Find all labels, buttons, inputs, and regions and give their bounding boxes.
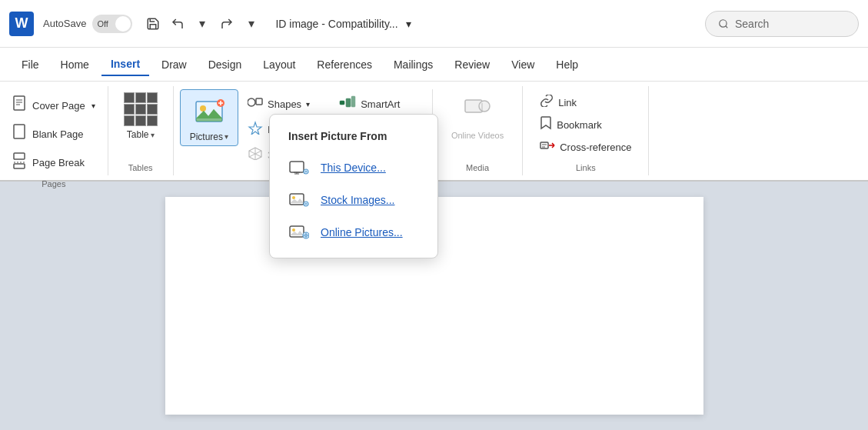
- media-group-label: Media: [439, 160, 516, 172]
- stock-images-label: Stock Images...: [321, 194, 394, 206]
- shapes-icon: [248, 95, 263, 113]
- page-break-button[interactable]: Page Break: [6, 149, 101, 176]
- online-pictures-item[interactable]: Online Pictures...: [270, 216, 437, 248]
- bookmark-button[interactable]: Bookmark: [535, 114, 636, 135]
- links-group-label: Links: [529, 160, 642, 172]
- table-caret: ▾: [151, 131, 155, 139]
- autosave-label: AutoSave: [43, 18, 86, 29]
- cross-reference-button[interactable]: Cross-reference: [535, 137, 636, 157]
- this-device-icon: [288, 159, 310, 176]
- smartart-button[interactable]: SmartArt: [333, 92, 426, 116]
- smartart-label: SmartArt: [361, 98, 400, 110]
- stock-images-item[interactable]: Stock Images...: [270, 184, 437, 216]
- media-group-content: Online Videos: [439, 89, 516, 160]
- table-button[interactable]: Table ▾: [115, 89, 167, 143]
- insert-picture-dropdown: Insert Picture From This Device...: [269, 114, 438, 258]
- search-icon: [718, 18, 729, 29]
- svg-point-48: [292, 196, 295, 199]
- ribbon-group-media: Online Videos Media: [433, 86, 523, 175]
- title-bar: W AutoSave Off ▾ ▾ I: [0, 0, 868, 48]
- shapes-label: Shapes: [268, 98, 301, 110]
- menu-insert[interactable]: Insert: [101, 53, 149, 76]
- shapes-button[interactable]: Shapes ▾: [241, 92, 330, 116]
- save-button[interactable]: [141, 12, 165, 35]
- page-break-label: Page Break: [32, 157, 85, 168]
- icons-icon: [248, 121, 263, 138]
- search-box[interactable]: Search: [705, 11, 859, 37]
- svg-point-0: [720, 19, 727, 26]
- svg-rect-21: [340, 101, 344, 105]
- cover-page-label: Cover Page: [32, 100, 85, 112]
- bookmark-icon: [540, 116, 552, 133]
- online-videos-icon: [464, 95, 491, 129]
- link-button[interactable]: Link: [535, 92, 636, 112]
- svg-point-53: [292, 228, 295, 232]
- svg-rect-16: [256, 98, 262, 105]
- online-pictures-label: Online Pictures...: [321, 226, 403, 238]
- svg-rect-2: [14, 96, 25, 110]
- svg-rect-7: [14, 153, 25, 159]
- svg-rect-34: [540, 142, 548, 148]
- blank-page-label: Blank Page: [32, 128, 84, 140]
- pictures-icon: [191, 93, 228, 130]
- toggle-state-label: Off: [97, 19, 108, 28]
- word-logo: W: [9, 12, 34, 36]
- ribbon-group-tables: Table ▾ Tables: [108, 86, 174, 175]
- svg-point-11: [200, 105, 206, 112]
- pictures-caret: ▾: [224, 132, 228, 141]
- menu-help[interactable]: Help: [547, 54, 587, 75]
- menu-home[interactable]: Home: [52, 54, 98, 75]
- pictures-button[interactable]: Pictures ▾: [180, 89, 238, 146]
- dropdown-title: Insert Picture From: [270, 124, 437, 152]
- cross-reference-icon: [540, 139, 555, 155]
- menu-mailings[interactable]: Mailings: [384, 54, 442, 75]
- blank-page-icon: [12, 124, 28, 145]
- online-pictures-icon: [288, 224, 310, 241]
- toggle-knob: [115, 16, 131, 32]
- menu-draw[interactable]: Draw: [152, 54, 196, 75]
- ribbon-group-links: Link Bookmark: [523, 86, 649, 175]
- blank-page-button[interactable]: Blank Page: [6, 121, 101, 148]
- table-label: Table: [127, 129, 149, 140]
- svg-rect-6: [14, 125, 25, 138]
- menu-file[interactable]: File: [12, 54, 48, 75]
- menu-review[interactable]: Review: [445, 54, 499, 75]
- menu-design[interactable]: Design: [199, 54, 251, 75]
- table-icon: [124, 92, 158, 126]
- svg-point-15: [248, 98, 255, 106]
- cover-page-caret[interactable]: ▾: [91, 102, 95, 110]
- stock-images-icon: [288, 192, 310, 208]
- cross-reference-label: Cross-reference: [560, 142, 631, 153]
- link-icon: [540, 95, 554, 110]
- cover-page-button[interactable]: Cover Page ▾: [6, 92, 101, 119]
- menu-references[interactable]: References: [308, 54, 381, 75]
- links-group-content: Link Bookmark: [529, 89, 642, 160]
- menu-layout[interactable]: Layout: [254, 54, 304, 75]
- svg-line-1: [726, 25, 728, 28]
- svg-rect-9: [14, 164, 25, 168]
- undo-dropdown-button[interactable]: ▾: [191, 12, 214, 35]
- autosave-toggle[interactable]: Off: [92, 15, 132, 33]
- tables-group-label: Tables: [115, 160, 167, 172]
- links-buttons: Link Bookmark: [529, 89, 642, 160]
- doc-title: ID image - Compatibility... ▾: [275, 18, 699, 30]
- undo-button[interactable]: [166, 12, 189, 35]
- search-label: Search: [735, 18, 769, 30]
- svg-point-32: [479, 101, 490, 112]
- svg-rect-23: [351, 96, 355, 107]
- smartart-icon: [339, 95, 356, 113]
- online-videos-button[interactable]: Online Videos: [439, 89, 516, 146]
- shapes-caret: ▾: [306, 100, 310, 108]
- pages-buttons: Cover Page ▾ Blank Page: [6, 89, 101, 176]
- more-button[interactable]: ▾: [240, 12, 263, 35]
- this-device-item[interactable]: This Device...: [270, 152, 437, 184]
- this-device-label: This Device...: [321, 162, 386, 174]
- toolbar-icons: ▾ ▾: [141, 12, 263, 35]
- pages-group-label: Pages: [6, 176, 101, 188]
- redo-button[interactable]: [215, 12, 238, 35]
- link-label: Link: [558, 97, 577, 108]
- menu-view[interactable]: View: [502, 54, 544, 75]
- pages-group-content: Cover Page ▾ Blank Page: [6, 89, 101, 176]
- models-3d-icon: [248, 146, 263, 164]
- cover-page-icon: [12, 95, 28, 116]
